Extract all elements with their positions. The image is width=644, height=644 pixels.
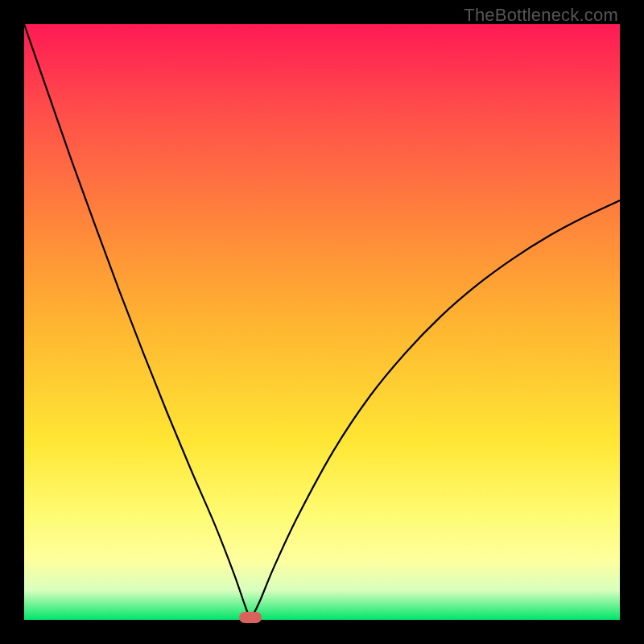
attribution-text: TheBottleneck.com [464,5,618,26]
plot-area [24,24,620,620]
bottleneck-curve [24,24,620,620]
chart-frame: TheBottleneck.com [0,0,644,644]
minimum-marker [239,612,262,623]
